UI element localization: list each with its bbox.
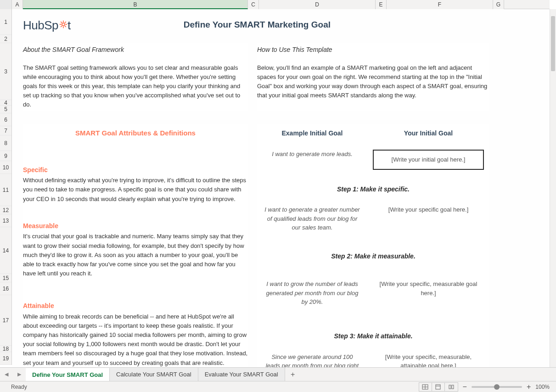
row-header-15[interactable]: 15: [0, 274, 11, 282]
row-header-17[interactable]: 17: [0, 295, 11, 346]
sheet-tab-2[interactable]: Evaluate Your SMART Goal: [198, 368, 285, 381]
row-header-3[interactable]: 3: [0, 43, 11, 100]
status-text: Ready: [0, 384, 419, 390]
example-header: Example Initial Goal: [257, 126, 367, 141]
zoom-in-button[interactable]: +: [527, 383, 531, 391]
row-header-9[interactable]: 9: [0, 151, 11, 161]
zoom-slider-thumb[interactable]: [494, 384, 500, 390]
howto-heading: How to Use This Template: [257, 45, 489, 55]
col-header-D[interactable]: D: [259, 0, 376, 9]
attr-specific-body: Without defining exactly what you're try…: [23, 176, 248, 203]
row-header-1[interactable]: 1: [0, 9, 11, 35]
col-header-E[interactable]: E: [376, 0, 387, 9]
howto-box: How to Use This Template Below, you'll f…: [257, 43, 489, 111]
main-grid: SMART Goal Attributes & Definitions Spec…: [23, 124, 489, 367]
step-1-example: I want to generate a greater number of q…: [257, 203, 367, 234]
row-header-11[interactable]: 11: [0, 174, 11, 206]
svg-line-8: [65, 22, 66, 22]
step-3-title: Step 3: Make it attainable.: [257, 331, 489, 342]
example-initial: I want to generate more leads.: [257, 148, 367, 161]
step-2-example: I want to grow the number of leads gener…: [257, 278, 367, 308]
step-2-row: I want to grow the number of leads gener…: [257, 278, 489, 308]
step-1-title: Step 1: Make it specific.: [257, 185, 489, 195]
row-header-13[interactable]: 13: [0, 214, 11, 227]
your-initial-cell[interactable]: [Write your initial goal here.]: [367, 148, 489, 172]
goals-header: Example Initial Goal Your Initial Goal: [257, 126, 489, 141]
howto-body: Below, you'll find an example of a SMART…: [257, 63, 489, 101]
your-initial-input[interactable]: [Write your initial goal here.]: [373, 150, 484, 170]
attr-attainable-body: While aiming to break records can be ben…: [23, 312, 248, 367]
header-row: HubSpt Define Your SMART Marketing Goal: [23, 14, 489, 36]
zoom-level[interactable]: 100%: [535, 384, 550, 390]
zoom-out-button[interactable]: −: [463, 383, 467, 391]
row-header-7[interactable]: 7: [0, 126, 11, 135]
view-normal-icon[interactable]: [419, 383, 432, 391]
step-3-example: Since we generate around 100 leads per m…: [257, 351, 367, 367]
svg-line-6: [65, 26, 66, 27]
about-box: About the SMART Goal Framework The SMART…: [23, 43, 248, 111]
row-header-5[interactable]: 5: [0, 106, 11, 113]
svg-rect-14: [449, 385, 451, 389]
your-header: Your Initial Goal: [367, 126, 489, 141]
add-sheet-button[interactable]: +: [285, 368, 301, 381]
status-bar: Ready − + 100%: [0, 381, 556, 392]
attr-attainable: Attainable: [23, 301, 248, 311]
row-header-14[interactable]: 14: [0, 227, 11, 274]
row-header-8[interactable]: 8: [0, 135, 11, 151]
row-header-6[interactable]: 6: [0, 113, 11, 126]
about-body: The SMART goal setting framework allows …: [23, 63, 248, 110]
scrollbar-thumb[interactable]: [551, 16, 555, 71]
row-header-16[interactable]: 16: [0, 282, 11, 295]
svg-rect-12: [436, 385, 440, 389]
sheet-tabs: ◀ ▶ Define Your SMART GoalCalculate Your…: [0, 367, 556, 381]
svg-line-5: [61, 22, 62, 22]
intro-row: About the SMART Goal Framework The SMART…: [23, 43, 489, 111]
step-2-title: Step 2: Make it measurable.: [257, 252, 489, 262]
about-heading: About the SMART Goal Framework: [23, 45, 248, 55]
initial-row: I want to generate more leads. [Write yo…: [257, 148, 489, 172]
attr-measurable: Measurable: [23, 221, 248, 231]
step-1-row: I want to generate a greater number of q…: [257, 203, 489, 234]
view-page-layout-icon[interactable]: [432, 383, 445, 391]
attributes-title: SMART Goal Attributes & Definitions: [23, 128, 248, 138]
attributes-column: SMART Goal Attributes & Definitions Spec…: [23, 124, 248, 367]
row-header-12[interactable]: 12: [0, 206, 11, 214]
row-headers: 12345678910111213141516171819: [0, 9, 12, 365]
col-header-A[interactable]: A: [12, 0, 23, 9]
col-header-G[interactable]: G: [493, 0, 504, 9]
row-header-18[interactable]: 18: [0, 346, 11, 352]
tab-nav-left-icon[interactable]: ◀: [5, 371, 8, 377]
zoom-slider[interactable]: [472, 386, 522, 388]
page-title: Define Your SMART Marketing Goal: [25, 20, 489, 30]
row-header-19[interactable]: 19: [0, 352, 11, 365]
vertical-scrollbar[interactable]: [550, 9, 556, 367]
tab-nav-right-icon[interactable]: ▶: [17, 371, 21, 377]
step-1-input[interactable]: [Write your specific goal here.]: [367, 203, 489, 216]
view-page-break-icon[interactable]: [445, 383, 458, 391]
view-buttons: [419, 382, 458, 392]
attr-measurable-body: It's crucial that your goal is trackable…: [23, 232, 248, 278]
gear-icon: [59, 17, 67, 26]
step-2-input[interactable]: [Write your specific, measurable goal he…: [367, 278, 489, 299]
tab-nav-arrows: ◀ ▶: [0, 371, 26, 377]
attr-specific: Specific: [23, 165, 248, 175]
goals-column: Example Initial Goal Your Initial Goal I…: [257, 124, 489, 367]
row-header-10[interactable]: 10: [0, 161, 11, 174]
svg-rect-15: [452, 385, 454, 389]
row-header-2[interactable]: 2: [0, 35, 11, 43]
svg-line-7: [61, 26, 62, 27]
sheet-tab-1[interactable]: Calculate Your SMART Goal: [110, 368, 198, 381]
worksheet-area[interactable]: HubSpt Define Your SMART Marketing Goal …: [12, 9, 550, 367]
sheet-tab-0[interactable]: Define Your SMART Goal: [26, 368, 110, 382]
select-all-corner[interactable]: [0, 0, 12, 9]
col-header-B[interactable]: B: [23, 0, 248, 9]
row-header-4[interactable]: 4: [0, 100, 11, 106]
col-header-F[interactable]: F: [387, 0, 493, 9]
step-3-input[interactable]: [Write your specific, measurable, attain…: [367, 351, 489, 367]
svg-point-0: [62, 23, 65, 26]
col-header-C[interactable]: C: [248, 0, 259, 9]
step-3-row: Since we generate around 100 leads per m…: [257, 351, 489, 367]
column-headers: ABCDEFG: [0, 0, 550, 9]
